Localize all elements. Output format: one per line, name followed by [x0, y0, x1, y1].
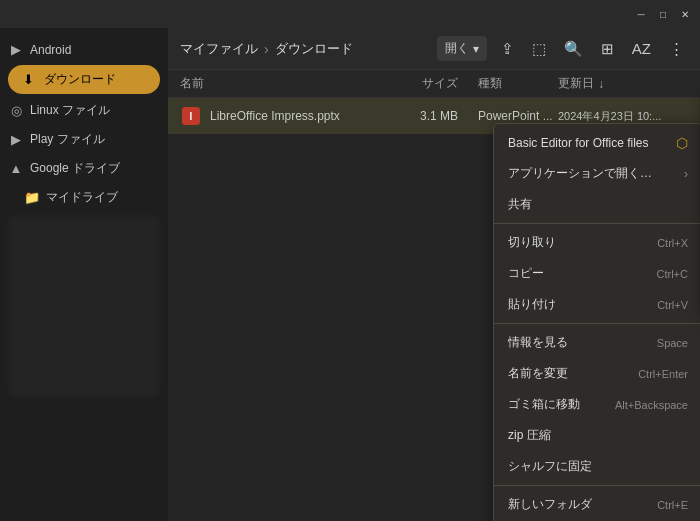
- menu-separator-2: [494, 323, 700, 324]
- sidebar-item-linux[interactable]: ◎ Linux ファイル: [0, 96, 168, 125]
- sidebar-label-google-drive: Google ドライブ: [30, 160, 120, 177]
- file-name: LibreOffice Impress.pptx: [210, 109, 398, 123]
- menu-item-label: ゴミ箱に移動: [508, 396, 607, 413]
- menu-item-shortcut: Ctrl+C: [657, 268, 688, 280]
- menu-item-label: 名前を変更: [508, 365, 630, 382]
- menu-item-rename[interactable]: 名前を変更 Ctrl+Enter: [494, 358, 700, 389]
- column-headers: 名前 サイズ 種類 更新日 ↓: [168, 70, 700, 98]
- folder-icon: 📁: [24, 190, 40, 205]
- drive-icon: ▲: [8, 161, 24, 176]
- sort-button[interactable]: AZ: [628, 36, 655, 61]
- header: マイファイル › ダウンロード 開く ▾ ⇪ ⬚ 🔍 ⊞ AZ ⋮: [168, 28, 700, 70]
- file-type: PowerPoint ...: [478, 109, 558, 123]
- file-size: 3.1 MB: [398, 109, 478, 123]
- sidebar-label-download: ダウンロード: [44, 71, 116, 88]
- menu-item-trash[interactable]: ゴミ箱に移動 Alt+Backspace: [494, 389, 700, 420]
- menu-item-shortcut: Ctrl+Enter: [638, 368, 688, 380]
- close-button[interactable]: ✕: [678, 7, 692, 21]
- menu-item-shortcut: Ctrl+V: [657, 299, 688, 311]
- menu-item-label: 新しいフォルダ: [508, 496, 649, 513]
- play-icon: ▶: [8, 132, 24, 147]
- col-header-size[interactable]: サイズ: [398, 75, 478, 92]
- menu-item-open-with[interactable]: アプリケーションで開く… ›: [494, 158, 700, 189]
- minimize-button[interactable]: ─: [634, 7, 648, 21]
- sidebar-blurred-content: [8, 216, 160, 396]
- menu-item-label: 切り取り: [508, 234, 649, 251]
- menu-item-icon: ⬡: [676, 135, 688, 151]
- menu-separator-1: [494, 223, 700, 224]
- menu-item-copy[interactable]: コピー Ctrl+C: [494, 258, 700, 289]
- menu-item-cut[interactable]: 切り取り Ctrl+X: [494, 227, 700, 258]
- sidebar-label-linux: Linux ファイル: [30, 102, 110, 119]
- menu-item-label: zip 圧縮: [508, 427, 688, 444]
- col-header-name[interactable]: 名前: [180, 75, 398, 92]
- menu-item-new-folder[interactable]: 新しいフォルダ Ctrl+E: [494, 489, 700, 520]
- open-button-arrow: ▾: [473, 42, 479, 56]
- open-button-label: 開く: [445, 40, 469, 57]
- menu-item-basic-editor-top[interactable]: Basic Editor for Office files ⬡: [494, 128, 700, 158]
- breadcrumb-separator: ›: [264, 41, 269, 57]
- menu-item-shortcut: Alt+Backspace: [615, 399, 688, 411]
- view-toggle-button[interactable]: ⬚: [528, 36, 550, 62]
- maximize-button[interactable]: □: [656, 7, 670, 21]
- submenu-arrow-icon: ›: [684, 167, 688, 181]
- sidebar: ▶ Android ⬇ ダウンロード ◎ Linux ファイル ▶ Play フ…: [0, 28, 168, 521]
- menu-item-label: Basic Editor for Office files: [508, 136, 668, 150]
- open-button[interactable]: 開く ▾: [437, 36, 487, 61]
- sidebar-item-download[interactable]: ⬇ ダウンロード: [8, 65, 160, 94]
- menu-item-label: 貼り付け: [508, 296, 649, 313]
- sidebar-item-android[interactable]: ▶ Android: [0, 36, 168, 63]
- menu-item-paste[interactable]: 貼り付け Ctrl+V: [494, 289, 700, 320]
- impress-icon: I: [182, 107, 200, 125]
- sidebar-label-play: Play ファイル: [30, 131, 105, 148]
- menu-separator-3: [494, 485, 700, 486]
- titlebar: ─ □ ✕: [0, 0, 700, 28]
- search-button[interactable]: 🔍: [560, 36, 587, 62]
- linux-icon: ◎: [8, 103, 24, 118]
- chevron-right-icon: ▶: [8, 42, 24, 57]
- menu-item-zip[interactable]: zip 圧縮: [494, 420, 700, 451]
- sidebar-label-my-drive: マイドライブ: [46, 189, 118, 206]
- download-icon: ⬇: [20, 72, 36, 87]
- breadcrumb-root[interactable]: マイファイル: [180, 40, 258, 58]
- main-layout: ▶ Android ⬇ ダウンロード ◎ Linux ファイル ▶ Play フ…: [0, 28, 700, 521]
- more-options-button[interactable]: ⋮: [665, 36, 688, 62]
- col-header-date[interactable]: 更新日 ↓: [558, 75, 688, 92]
- sidebar-item-google-drive[interactable]: ▲ Google ドライブ: [0, 154, 168, 183]
- share-icon-button[interactable]: ⇪: [497, 36, 518, 62]
- content-area: マイファイル › ダウンロード 開く ▾ ⇪ ⬚ 🔍 ⊞ AZ ⋮ 名前 サイズ…: [168, 28, 700, 521]
- breadcrumb: マイファイル › ダウンロード: [180, 40, 431, 58]
- menu-item-share[interactable]: 共有: [494, 189, 700, 220]
- menu-item-label: シャルフに固定: [508, 458, 688, 475]
- menu-item-shortcut: Ctrl+X: [657, 237, 688, 249]
- menu-item-shortcut: Ctrl+E: [657, 499, 688, 511]
- menu-item-label: 情報を見る: [508, 334, 649, 351]
- sidebar-item-play[interactable]: ▶ Play ファイル: [0, 125, 168, 154]
- file-type-icon: I: [180, 105, 202, 127]
- menu-item-label: 共有: [508, 196, 688, 213]
- menu-item-info[interactable]: 情報を見る Space: [494, 327, 700, 358]
- menu-item-shortcut: Space: [657, 337, 688, 349]
- menu-item-label: コピー: [508, 265, 649, 282]
- file-date: 2024年4月23日 10:...: [558, 109, 688, 124]
- col-header-type[interactable]: 種類: [478, 75, 558, 92]
- context-menu: Basic Editor for Office files ⬡ アプリケーション…: [493, 123, 700, 521]
- grid-view-button[interactable]: ⊞: [597, 36, 618, 62]
- menu-item-shelf[interactable]: シャルフに固定: [494, 451, 700, 482]
- header-actions: 開く ▾ ⇪ ⬚ 🔍 ⊞ AZ ⋮: [437, 36, 688, 62]
- sidebar-item-my-drive[interactable]: 📁 マイドライブ: [0, 183, 168, 212]
- breadcrumb-current: ダウンロード: [275, 40, 353, 58]
- sidebar-label-android: Android: [30, 43, 71, 57]
- menu-item-label: アプリケーションで開く…: [508, 165, 676, 182]
